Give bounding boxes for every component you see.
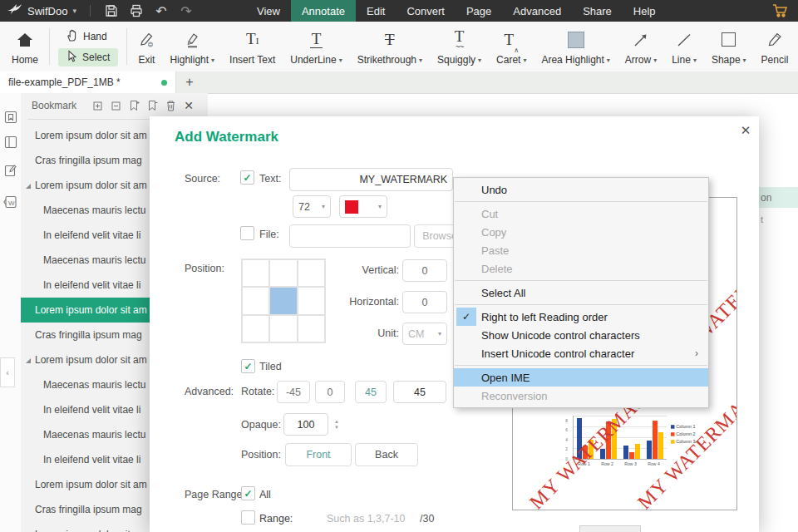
menu-edit[interactable]: Edit bbox=[356, 0, 396, 22]
context-menu-item-undo[interactable]: Undo bbox=[454, 180, 708, 199]
close-panel-icon[interactable]: ✕ bbox=[180, 97, 198, 114]
annotations-panel-icon[interactable] bbox=[0, 158, 21, 183]
opaque-input[interactable] bbox=[283, 413, 328, 436]
save-icon[interactable] bbox=[99, 2, 124, 20]
menu-bar: ViewAnnotateEditConvertPageAdvancedShare… bbox=[246, 0, 667, 22]
expand-triangle-icon[interactable] bbox=[26, 184, 31, 189]
legend-label: Column 2 bbox=[676, 431, 695, 436]
ribbon-toolbar: Home Hand Select ExitHighlight▾TIInsert … bbox=[0, 22, 798, 72]
rotate-45-button[interactable]: 45 bbox=[355, 381, 387, 403]
rotate-0-button[interactable]: 0 bbox=[315, 381, 345, 403]
tool-label: Line▾ bbox=[672, 54, 697, 66]
position-cell-6[interactable] bbox=[242, 315, 269, 342]
position-cell-0[interactable] bbox=[242, 259, 269, 287]
context-menu-item-cut: Cut bbox=[454, 204, 708, 223]
rotate-input[interactable] bbox=[393, 381, 446, 403]
tool-caret[interactable]: T∧Caret▾ bbox=[489, 22, 534, 71]
bookmark-item-label: Lorem ipsum dolor sit am bbox=[21, 529, 147, 532]
document-tab[interactable]: file-example_PDF_1MB * bbox=[0, 71, 176, 93]
insert-text-icon: TI bbox=[246, 25, 259, 54]
caret-icon: T∧ bbox=[505, 25, 519, 54]
collapse-sidebar-button[interactable]: ‹ bbox=[0, 357, 15, 387]
back-button[interactable]: Back bbox=[355, 443, 418, 466]
menu-advanced[interactable]: Advanced bbox=[502, 0, 572, 22]
select-tool[interactable]: Select bbox=[58, 48, 118, 66]
add-bookmark-icon[interactable] bbox=[125, 97, 143, 114]
home-button[interactable]: Home bbox=[0, 22, 46, 71]
context-menu-item-insert-unicode-control-character[interactable]: Insert Unicode control character› bbox=[454, 344, 708, 362]
watermark-text-input[interactable] bbox=[289, 168, 453, 191]
tool-shape[interactable]: Shape▾ bbox=[704, 22, 754, 71]
menu-separator bbox=[455, 280, 707, 281]
unit-select[interactable]: CM▾ bbox=[402, 323, 447, 345]
rotate--45-button[interactable]: -45 bbox=[277, 381, 310, 403]
menu-view[interactable]: View bbox=[246, 0, 291, 22]
bookmark-item-label: Lorem ipsum dolor sit am bbox=[21, 304, 147, 316]
chevron-down-icon: ▾ bbox=[211, 57, 214, 64]
advanced-label: Advanced: bbox=[185, 386, 234, 397]
stepper-up-icon[interactable]: ▲ bbox=[334, 419, 339, 424]
position-cell-5[interactable] bbox=[298, 287, 325, 314]
bookmarks-panel-icon[interactable] bbox=[0, 105, 21, 130]
tool-exit[interactable]: Exit bbox=[131, 22, 162, 71]
thumbnails-panel-icon[interactable] bbox=[0, 130, 21, 155]
cart-icon[interactable] bbox=[770, 2, 791, 20]
text-checkbox[interactable]: ✓ bbox=[240, 170, 254, 185]
menu-share[interactable]: Share bbox=[572, 0, 623, 22]
position-cell-1[interactable] bbox=[269, 259, 297, 287]
new-tab-button[interactable]: + bbox=[180, 71, 200, 93]
text-edit-context-menu: UndoCutCopyPasteDeleteSelect All✓Right t… bbox=[453, 177, 709, 408]
front-button[interactable]: Front bbox=[285, 443, 352, 466]
range-placeholder[interactable]: Such as 1,3,7-10 bbox=[327, 513, 406, 525]
delete-bookmark-icon[interactable] bbox=[161, 97, 180, 114]
position-cell-3[interactable] bbox=[242, 287, 269, 314]
tool-underline[interactable]: TUnderLine▾ bbox=[283, 22, 349, 71]
expand-all-icon[interactable] bbox=[88, 97, 106, 114]
position-cell-2[interactable] bbox=[298, 259, 325, 287]
context-menu-item-right-to-left-reading-order[interactable]: ✓Right to left Reading order bbox=[454, 308, 708, 326]
tool-line[interactable]: Line▾ bbox=[664, 22, 704, 71]
horizontal-input[interactable] bbox=[402, 291, 447, 313]
chart-bar bbox=[658, 432, 663, 459]
remove-bookmark-icon[interactable] bbox=[143, 97, 161, 114]
hand-tool[interactable]: Hand bbox=[58, 27, 118, 46]
tiled-checkbox[interactable]: ✓ bbox=[241, 359, 255, 373]
position-cell-4[interactable] bbox=[269, 287, 297, 314]
tool-highlight[interactable]: Highlight▾ bbox=[162, 22, 222, 71]
tool-label: Insert Text bbox=[229, 54, 275, 66]
word-export-icon[interactable]: W bbox=[0, 190, 21, 214]
context-menu-item-select-all[interactable]: Select All bbox=[454, 283, 708, 302]
menu-page[interactable]: Page bbox=[456, 0, 502, 22]
tool-pencil[interactable]: Pencil bbox=[754, 22, 796, 71]
menu-convert[interactable]: Convert bbox=[396, 0, 456, 22]
position-cell-7[interactable] bbox=[269, 315, 297, 342]
bookmark-item-label: Lorem ipsum dolor sit am bbox=[21, 479, 147, 490]
tool-area-highlight[interactable]: Area Highlight▾ bbox=[534, 22, 617, 71]
all-pages-checkbox[interactable]: ✓ bbox=[241, 486, 255, 500]
tool-insert-text[interactable]: TIInsert Text bbox=[222, 22, 283, 71]
position-cell-8[interactable] bbox=[298, 315, 325, 342]
range-checkbox[interactable]: ✓ bbox=[241, 510, 255, 525]
file-checkbox[interactable]: ✓ bbox=[240, 226, 254, 240]
rotate-label: Rotate: bbox=[241, 386, 274, 397]
context-menu-item-show-unicode-control-characters[interactable]: Show Unicode control characters bbox=[454, 326, 708, 344]
undo-icon[interactable]: ↶ bbox=[149, 2, 174, 20]
menu-annotate[interactable]: Annotate bbox=[291, 0, 356, 22]
tool-squiggly[interactable]: T~~Squiggly▾ bbox=[430, 22, 489, 71]
collapse-all-icon[interactable] bbox=[106, 97, 125, 114]
expand-triangle-icon[interactable] bbox=[26, 358, 31, 363]
app-menu-caret-icon[interactable]: ▾ bbox=[72, 7, 76, 15]
dialog-close-icon[interactable]: ✕ bbox=[736, 121, 755, 140]
menu-help[interactable]: Help bbox=[623, 0, 667, 22]
tool-strikethrough[interactable]: TStrikethrough▾ bbox=[350, 22, 430, 71]
font-color-select[interactable]: ▾ bbox=[339, 195, 387, 218]
context-menu-item-open-ime[interactable]: Open IME bbox=[454, 368, 708, 387]
vertical-input[interactable] bbox=[402, 259, 447, 282]
file-path-input[interactable] bbox=[289, 224, 411, 248]
stepper-down-icon[interactable]: ▼ bbox=[334, 425, 339, 430]
font-size-select[interactable]: 72▾ bbox=[293, 195, 331, 218]
redo-icon[interactable]: ↷ bbox=[174, 2, 199, 20]
tool-arrow[interactable]: Arrow▾ bbox=[618, 22, 664, 71]
opaque-stepper[interactable]: ▲▼ bbox=[332, 413, 342, 436]
print-icon[interactable] bbox=[124, 2, 149, 20]
